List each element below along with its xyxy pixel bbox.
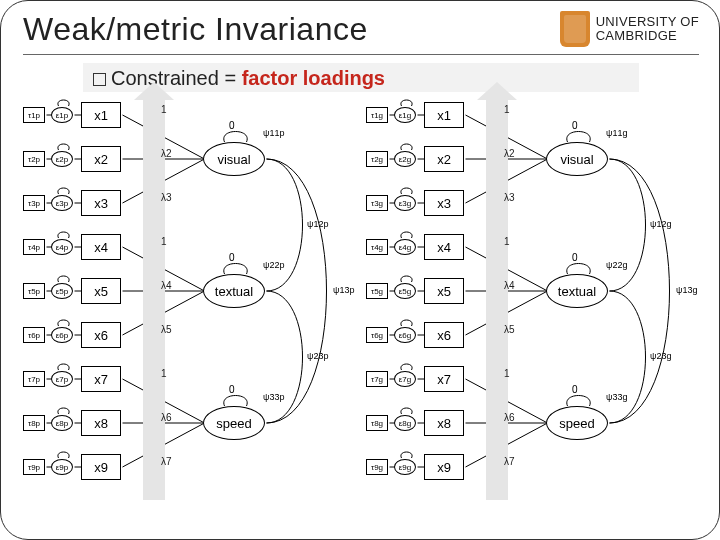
loading-textual-1: 1 (161, 236, 167, 247)
eps-9: ε9g (394, 459, 416, 475)
eps-8: ε8g (394, 415, 416, 431)
loading-visual-1: 1 (161, 104, 167, 115)
tau-9: τ9p (23, 459, 45, 475)
eps-5: ε5g (394, 283, 416, 299)
psi-23: ψ23g (650, 351, 671, 361)
psi-13: ψ13p (333, 285, 354, 295)
diagram-area: τ1pε1px1τ2pε2px2τ3pε3px3τ4pε4px4τ5pε5px5… (23, 98, 699, 503)
university-logo: UNIVERSITY OF CAMBRIDGE (560, 11, 699, 47)
eps-4: ε4g (394, 239, 416, 255)
eps-3: ε3p (51, 195, 73, 211)
eps-6: ε6p (51, 327, 73, 343)
loading-textual-3: λ5 (504, 324, 515, 335)
indicator-x9: x9 (81, 454, 121, 480)
indicator-x8: x8 (81, 410, 121, 436)
indicator-x2: x2 (81, 146, 121, 172)
indicator-x5: x5 (424, 278, 464, 304)
eps-1: ε1g (394, 107, 416, 123)
eps-5: ε5p (51, 283, 73, 299)
indicator-x2: x2 (424, 146, 464, 172)
subtitle-prefix: Constrained = (111, 67, 242, 89)
tau-9: τ9g (366, 459, 388, 475)
indicator-x6: x6 (424, 322, 464, 348)
eps-7: ε7g (394, 371, 416, 387)
indicator-x4: x4 (81, 234, 121, 260)
psi-11: ψ11p (263, 128, 284, 138)
factor-mean-visual: 0 (229, 120, 235, 131)
eps-6: ε6g (394, 327, 416, 343)
eps-8: ε8p (51, 415, 73, 431)
tau-5: τ5g (366, 283, 388, 299)
indicator-x3: x3 (424, 190, 464, 216)
model-group-p: τ1pε1px1τ2pε2px2τ3pε3px3τ4pε4px4τ5pε5px5… (23, 98, 356, 503)
tau-1: τ1g (366, 107, 388, 123)
psi-22: ψ22p (263, 260, 284, 270)
factor-mean-textual: 0 (229, 252, 235, 263)
factor-mean-speed: 0 (572, 384, 578, 395)
indicator-x6: x6 (81, 322, 121, 348)
indicator-x3: x3 (81, 190, 121, 216)
slide-header: Weak/metric Invariance UNIVERSITY OF CAM… (23, 11, 699, 48)
loading-speed-1: 1 (504, 368, 510, 379)
loading-textual-2: λ4 (504, 280, 515, 291)
indicator-x7: x7 (81, 366, 121, 392)
indicator-x8: x8 (424, 410, 464, 436)
indicator-x1: x1 (81, 102, 121, 128)
loadings-highlight-arrow (143, 100, 165, 500)
loading-textual-2: λ4 (161, 280, 172, 291)
loadings-highlight-arrow (486, 100, 508, 500)
factor-visual: visual (546, 142, 608, 176)
tau-4: τ4g (366, 239, 388, 255)
tau-2: τ2g (366, 151, 388, 167)
loading-visual-2: λ2 (161, 148, 172, 159)
tau-4: τ4p (23, 239, 45, 255)
eps-3: ε3g (394, 195, 416, 211)
indicator-x4: x4 (424, 234, 464, 260)
factor-speed: speed (203, 406, 265, 440)
psi-12: ψ12p (307, 219, 328, 229)
factor-textual: textual (203, 274, 265, 308)
factor-mean-textual: 0 (572, 252, 578, 263)
tau-6: τ6g (366, 327, 388, 343)
psi-11: ψ11g (606, 128, 627, 138)
factor-speed: speed (546, 406, 608, 440)
tau-7: τ7g (366, 371, 388, 387)
loading-speed-3: λ7 (504, 456, 515, 467)
tau-1: τ1p (23, 107, 45, 123)
slide-frame: Weak/metric Invariance UNIVERSITY OF CAM… (0, 0, 720, 540)
tau-2: τ2p (23, 151, 45, 167)
tau-7: τ7p (23, 371, 45, 387)
indicator-x7: x7 (424, 366, 464, 392)
university-line1: UNIVERSITY OF (596, 15, 699, 29)
tau-3: τ3g (366, 195, 388, 211)
shield-icon (560, 11, 590, 47)
loading-visual-2: λ2 (504, 148, 515, 159)
loading-speed-3: λ7 (161, 456, 172, 467)
psi-13: ψ13g (676, 285, 697, 295)
eps-9: ε9p (51, 459, 73, 475)
psi-33: ψ33p (263, 392, 284, 402)
tau-3: τ3p (23, 195, 45, 211)
eps-4: ε4p (51, 239, 73, 255)
tau-6: τ6p (23, 327, 45, 343)
indicator-x5: x5 (81, 278, 121, 304)
loading-textual-3: λ5 (161, 324, 172, 335)
eps-2: ε2p (51, 151, 73, 167)
indicator-x1: x1 (424, 102, 464, 128)
slide-title: Weak/metric Invariance (23, 11, 368, 48)
tau-8: τ8g (366, 415, 388, 431)
psi-23: ψ23p (307, 351, 328, 361)
loading-visual-3: λ3 (161, 192, 172, 203)
factor-mean-speed: 0 (229, 384, 235, 395)
indicator-x9: x9 (424, 454, 464, 480)
university-line2: CAMBRIDGE (596, 29, 699, 43)
factor-mean-visual: 0 (572, 120, 578, 131)
header-rule (23, 54, 699, 55)
tau-8: τ8p (23, 415, 45, 431)
loading-speed-2: λ6 (504, 412, 515, 423)
loading-speed-2: λ6 (161, 412, 172, 423)
loading-speed-1: 1 (161, 368, 167, 379)
factor-visual: visual (203, 142, 265, 176)
bullet-icon (93, 73, 106, 86)
psi-12: ψ12g (650, 219, 671, 229)
